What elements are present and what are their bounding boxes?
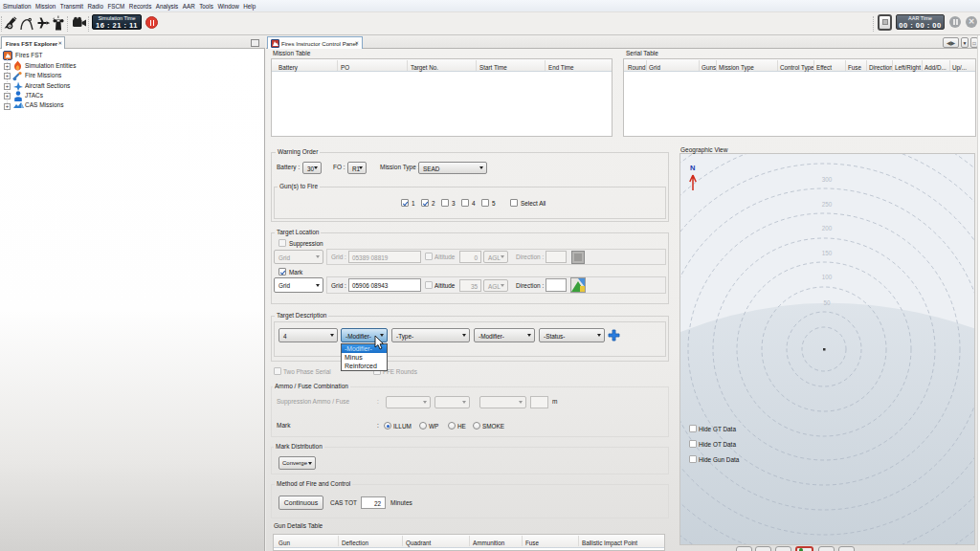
svg-text:250: 250: [822, 201, 833, 208]
svg-text:300: 300: [822, 176, 833, 183]
svg-text:50: 50: [823, 299, 831, 306]
svg-text:100: 100: [822, 274, 833, 280]
svg-text:N: N: [690, 164, 695, 172]
svg-text:150: 150: [822, 250, 833, 256]
svg-text:200: 200: [822, 225, 833, 231]
